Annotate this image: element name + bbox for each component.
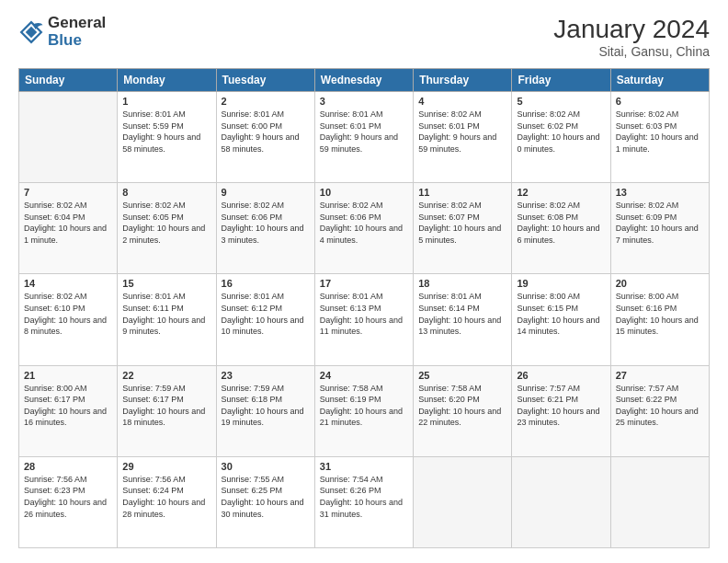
weekday-header-row: SundayMondayTuesdayWednesdayThursdayFrid… — [19, 69, 710, 92]
day-number: 4 — [418, 96, 506, 107]
day-number: 10 — [320, 187, 408, 198]
day-info: Sunrise: 8:02 AMSunset: 6:10 PMDaylight:… — [24, 291, 112, 337]
day-info: Sunrise: 8:02 AMSunset: 6:05 PMDaylight:… — [122, 200, 210, 246]
day-number: 28 — [24, 461, 112, 472]
weekday-header: Sunday — [19, 69, 118, 92]
day-number: 13 — [616, 187, 704, 198]
day-number: 31 — [320, 461, 408, 472]
day-number: 25 — [418, 370, 506, 381]
calendar-cell: 3 Sunrise: 8:01 AMSunset: 6:01 PMDayligh… — [314, 92, 413, 183]
logo: General Blue — [18, 15, 106, 49]
day-info: Sunrise: 8:01 AMSunset: 6:00 PMDaylight:… — [222, 109, 310, 155]
day-number: 26 — [517, 370, 605, 381]
day-number: 17 — [320, 278, 408, 289]
calendar-cell: 29 Sunrise: 7:56 AMSunset: 6:24 PMDaylig… — [118, 456, 216, 547]
calendar-cell: 4 Sunrise: 8:02 AMSunset: 6:01 PMDayligh… — [414, 92, 512, 183]
day-info: Sunrise: 8:00 AMSunset: 6:16 PMDaylight:… — [616, 291, 704, 337]
page: General Blue January 2024 Sitai, Gansu, … — [0, 0, 728, 563]
day-info: Sunrise: 8:00 AMSunset: 6:17 PMDaylight:… — [24, 383, 112, 429]
calendar-cell: 13 Sunrise: 8:02 AMSunset: 6:09 PMDaylig… — [610, 183, 709, 274]
subtitle: Sitai, Gansu, China — [553, 44, 710, 59]
weekday-header: Friday — [512, 69, 610, 92]
calendar-cell: 31 Sunrise: 7:54 AMSunset: 6:26 PMDaylig… — [314, 456, 413, 547]
calendar-cell: 5 Sunrise: 8:02 AMSunset: 6:02 PMDayligh… — [512, 92, 610, 183]
day-info: Sunrise: 7:56 AMSunset: 6:24 PMDaylight:… — [122, 474, 210, 520]
day-info: Sunrise: 8:01 AMSunset: 6:13 PMDaylight:… — [320, 291, 408, 337]
calendar-cell: 21 Sunrise: 8:00 AMSunset: 6:17 PMDaylig… — [19, 365, 118, 456]
calendar-cell: 25 Sunrise: 7:58 AMSunset: 6:20 PMDaylig… — [414, 365, 512, 456]
calendar-cell: 11 Sunrise: 8:02 AMSunset: 6:07 PMDaylig… — [414, 183, 512, 274]
day-info: Sunrise: 7:55 AMSunset: 6:25 PMDaylight:… — [222, 474, 310, 520]
day-number: 19 — [517, 278, 605, 289]
day-number: 23 — [222, 370, 310, 381]
day-info: Sunrise: 8:01 AMSunset: 6:11 PMDaylight:… — [122, 291, 210, 337]
calendar-cell: 20 Sunrise: 8:00 AMSunset: 6:16 PMDaylig… — [610, 274, 709, 365]
day-number: 1 — [122, 96, 210, 107]
day-info: Sunrise: 8:01 AMSunset: 6:14 PMDaylight:… — [418, 291, 506, 337]
calendar-cell: 28 Sunrise: 7:56 AMSunset: 6:23 PMDaylig… — [19, 456, 118, 547]
day-info: Sunrise: 7:59 AMSunset: 6:18 PMDaylight:… — [222, 383, 310, 429]
week-row: 14 Sunrise: 8:02 AMSunset: 6:10 PMDaylig… — [19, 274, 710, 365]
day-info: Sunrise: 8:02 AMSunset: 6:02 PMDaylight:… — [517, 109, 605, 155]
calendar-cell: 6 Sunrise: 8:02 AMSunset: 6:03 PMDayligh… — [610, 92, 709, 183]
calendar-cell: 22 Sunrise: 7:59 AMSunset: 6:17 PMDaylig… — [118, 365, 216, 456]
day-number: 29 — [122, 461, 210, 472]
day-info: Sunrise: 8:02 AMSunset: 6:01 PMDaylight:… — [418, 109, 506, 155]
calendar-cell: 7 Sunrise: 8:02 AMSunset: 6:04 PMDayligh… — [19, 183, 118, 274]
main-title: January 2024 — [553, 15, 710, 44]
calendar-cell: 18 Sunrise: 8:01 AMSunset: 6:14 PMDaylig… — [414, 274, 512, 365]
header: General Blue January 2024 Sitai, Gansu, … — [18, 15, 710, 59]
calendar-cell — [512, 456, 610, 547]
day-info: Sunrise: 7:54 AMSunset: 6:26 PMDaylight:… — [320, 474, 408, 520]
calendar-table: SundayMondayTuesdayWednesdayThursdayFrid… — [18, 68, 710, 548]
week-row: 1 Sunrise: 8:01 AMSunset: 5:59 PMDayligh… — [19, 92, 710, 183]
day-info: Sunrise: 8:02 AMSunset: 6:08 PMDaylight:… — [517, 200, 605, 246]
logo-icon — [18, 19, 44, 45]
day-info: Sunrise: 7:57 AMSunset: 6:21 PMDaylight:… — [517, 383, 605, 429]
day-info: Sunrise: 8:01 AMSunset: 5:59 PMDaylight:… — [122, 109, 210, 155]
calendar-cell: 10 Sunrise: 8:02 AMSunset: 6:06 PMDaylig… — [314, 183, 413, 274]
calendar-cell: 15 Sunrise: 8:01 AMSunset: 6:11 PMDaylig… — [118, 274, 216, 365]
logo-line1: General — [48, 15, 106, 32]
calendar-cell: 8 Sunrise: 8:02 AMSunset: 6:05 PMDayligh… — [118, 183, 216, 274]
day-info: Sunrise: 8:00 AMSunset: 6:15 PMDaylight:… — [517, 291, 605, 337]
day-number: 3 — [320, 96, 408, 107]
calendar-cell: 30 Sunrise: 7:55 AMSunset: 6:25 PMDaylig… — [216, 456, 314, 547]
day-number: 30 — [222, 461, 310, 472]
week-row: 7 Sunrise: 8:02 AMSunset: 6:04 PMDayligh… — [19, 183, 710, 274]
calendar-cell: 24 Sunrise: 7:58 AMSunset: 6:19 PMDaylig… — [314, 365, 413, 456]
day-number: 6 — [616, 96, 704, 107]
day-info: Sunrise: 7:58 AMSunset: 6:20 PMDaylight:… — [418, 383, 506, 429]
day-number: 14 — [24, 278, 112, 289]
day-info: Sunrise: 7:58 AMSunset: 6:19 PMDaylight:… — [320, 383, 408, 429]
day-number: 11 — [418, 187, 506, 198]
calendar-cell — [610, 456, 709, 547]
day-number: 15 — [122, 278, 210, 289]
week-row: 28 Sunrise: 7:56 AMSunset: 6:23 PMDaylig… — [19, 456, 710, 547]
day-number: 22 — [122, 370, 210, 381]
calendar-cell: 17 Sunrise: 8:01 AMSunset: 6:13 PMDaylig… — [314, 274, 413, 365]
day-info: Sunrise: 7:57 AMSunset: 6:22 PMDaylight:… — [616, 383, 704, 429]
day-number: 27 — [616, 370, 704, 381]
calendar-cell: 27 Sunrise: 7:57 AMSunset: 6:22 PMDaylig… — [610, 365, 709, 456]
calendar-cell — [19, 92, 118, 183]
day-info: Sunrise: 8:02 AMSunset: 6:06 PMDaylight:… — [222, 200, 310, 246]
day-number: 21 — [24, 370, 112, 381]
day-number: 9 — [222, 187, 310, 198]
weekday-header: Thursday — [414, 69, 512, 92]
day-info: Sunrise: 8:02 AMSunset: 6:07 PMDaylight:… — [418, 200, 506, 246]
calendar-cell: 16 Sunrise: 8:01 AMSunset: 6:12 PMDaylig… — [216, 274, 314, 365]
calendar-cell: 12 Sunrise: 8:02 AMSunset: 6:08 PMDaylig… — [512, 183, 610, 274]
day-number: 24 — [320, 370, 408, 381]
day-info: Sunrise: 8:01 AMSunset: 6:01 PMDaylight:… — [320, 109, 408, 155]
day-number: 12 — [517, 187, 605, 198]
day-number: 5 — [517, 96, 605, 107]
day-info: Sunrise: 7:59 AMSunset: 6:17 PMDaylight:… — [122, 383, 210, 429]
day-info: Sunrise: 8:02 AMSunset: 6:06 PMDaylight:… — [320, 200, 408, 246]
calendar-cell: 2 Sunrise: 8:01 AMSunset: 6:00 PMDayligh… — [216, 92, 314, 183]
day-number: 20 — [616, 278, 704, 289]
day-number: 16 — [222, 278, 310, 289]
calendar-cell: 19 Sunrise: 8:00 AMSunset: 6:15 PMDaylig… — [512, 274, 610, 365]
weekday-header: Wednesday — [314, 69, 413, 92]
calendar-cell: 1 Sunrise: 8:01 AMSunset: 5:59 PMDayligh… — [118, 92, 216, 183]
